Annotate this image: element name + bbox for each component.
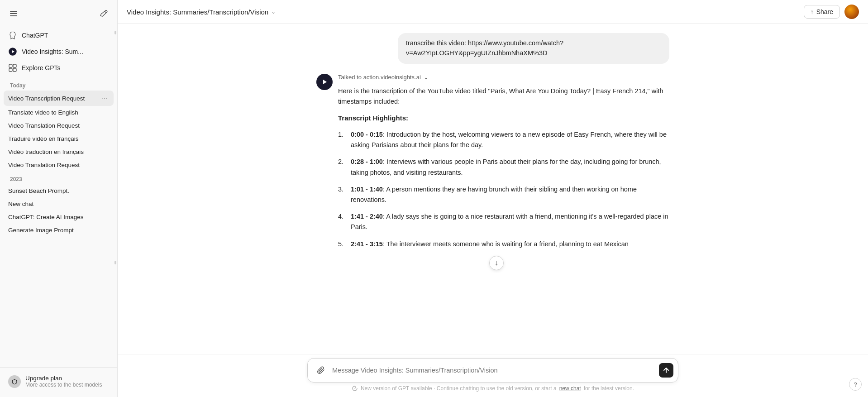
timestamp: 1:01 - 1:40: [351, 186, 383, 193]
chat-item-label: Video Translation Request: [8, 162, 109, 168]
chat-area: transcribe this video: https://www.youtu…: [118, 24, 868, 354]
input-box: [307, 358, 678, 383]
footer-suffix: for the latest version.: [584, 385, 634, 392]
attach-button[interactable]: [314, 363, 329, 378]
item-text: 0:28 - 1:00: Interviews with various peo…: [351, 157, 669, 177]
transcript-item-1: 1. 0:00 - 0:15: Introduction by the host…: [338, 129, 669, 150]
chat-item-label: Vidéo traduction en français: [8, 148, 109, 155]
send-button[interactable]: [659, 363, 673, 378]
share-label: Share: [816, 8, 833, 15]
item-num: 1.: [338, 129, 347, 150]
input-area: New version of GPT available · Continue …: [118, 354, 868, 397]
message-input[interactable]: [332, 365, 655, 376]
chat-item-label: Translate video to English: [8, 109, 109, 116]
share-icon: ↑: [811, 8, 814, 15]
chatgpt-icon: [8, 31, 17, 40]
upgrade-icon: ⬡: [8, 375, 21, 388]
item-num: 2.: [338, 157, 347, 177]
svg-rect-1: [10, 13, 17, 14]
ai-avatar-inner: [320, 77, 329, 87]
sidebar-item-explore-gpts[interactable]: Explore GPTs: [4, 60, 114, 76]
transcript-item-5: 5. 2:41 - 3:15: The interviewer meets so…: [338, 239, 669, 249]
user-bubble: transcribe this video: https://www.youtu…: [398, 33, 669, 64]
sidebar-item-video-translation-2[interactable]: Video Translation Request: [4, 158, 114, 172]
footer-notice: New version of GPT available · Continue …: [307, 385, 678, 392]
svg-rect-5: [9, 64, 12, 67]
sidebar-item-new-chat[interactable]: New chat: [4, 197, 114, 210]
sidebar-item-sunset-beach[interactable]: Sunset Beach Prompt.: [4, 184, 114, 197]
item-num: 5.: [338, 239, 347, 249]
timestamp: 1:41 - 2:40: [351, 213, 383, 220]
chat-item-label: Video Transcription Request: [8, 95, 100, 102]
sidebar-item-video-transcription[interactable]: Video Transcription Request ···: [4, 91, 114, 106]
sidebar-item-translate-video[interactable]: Translate video to English: [4, 106, 114, 119]
upgrade-plan-button[interactable]: ⬡ Upgrade plan More access to the best m…: [4, 371, 114, 392]
item-num: 4.: [338, 211, 347, 232]
svg-rect-8: [13, 68, 16, 72]
item-num: 3.: [338, 184, 347, 205]
ai-intro: Here is the transcription of the YouTube…: [338, 86, 669, 108]
transcript-title: Transcript Highlights:: [338, 113, 669, 124]
sidebar-item-traduire-video[interactable]: Traduire vidéo en français: [4, 132, 114, 145]
item-text: 2:41 - 3:15: The interviewer meets someo…: [351, 239, 629, 249]
sidebar-item-video-traduction[interactable]: Vidéo traduction en français: [4, 145, 114, 158]
chat-item-label: Sunset Beach Prompt.: [8, 187, 109, 194]
sidebar-item-chatgpt-ai-images[interactable]: ChatGPT: Create AI Images: [4, 210, 114, 224]
header-title-area: Video Insights: Summaries/Transcription/…: [127, 8, 276, 16]
transcript-list: 1. 0:00 - 0:15: Introduction by the host…: [338, 129, 669, 249]
timestamp: 2:41 - 3:15: [351, 240, 383, 248]
header-right: ↑ Share: [804, 5, 859, 19]
sidebar-nav: ChatGPT Video Insights: Sum... Explore: [0, 25, 117, 78]
page-title: Video Insights: Summaries/Transcription/…: [127, 8, 268, 16]
sidebar-bottom: ⬡ Upgrade plan More access to the best m…: [0, 367, 117, 397]
chat-item-label: Traduire vidéo en français: [8, 135, 109, 142]
video-insights-icon: [8, 47, 17, 56]
upgrade-title: Upgrade plan: [25, 375, 102, 382]
user-message: transcribe this video: https://www.youtu…: [316, 33, 669, 64]
svg-rect-2: [10, 15, 17, 16]
sidebar-item-video-insights[interactable]: Video Insights: Sum...: [4, 43, 114, 60]
scroll-down-button[interactable]: ↓: [489, 256, 504, 270]
sidebar-item-generate-image[interactable]: Generate Image Prompt: [4, 224, 114, 237]
video-insights-label: Video Insights: Sum...: [22, 48, 83, 55]
refresh-icon: [352, 385, 358, 392]
ai-source-tag[interactable]: Talked to action.videoinsights.ai ⌄: [338, 74, 429, 81]
footer-prefix: New version of GPT available · Continue …: [361, 385, 557, 392]
chat-item-label: Generate Image Prompt: [8, 227, 109, 234]
user-message-text: transcribe this video: https://www.youtu…: [406, 39, 563, 57]
more-options-icon[interactable]: ···: [100, 94, 109, 103]
year-label: 2023: [4, 172, 114, 184]
share-button[interactable]: ↑ Share: [804, 5, 840, 19]
toggle-sidebar-button[interactable]: [5, 5, 22, 22]
upgrade-subtitle: More access to the best models: [25, 382, 102, 388]
transcript-item-2: 2. 0:28 - 1:00: Interviews with various …: [338, 157, 669, 177]
ai-source-text: Talked to action.videoinsights.ai: [338, 74, 421, 81]
sidebar-item-video-translation-1[interactable]: Video Translation Request: [4, 119, 114, 132]
avatar[interactable]: [844, 5, 859, 19]
explore-gpts-icon: [8, 63, 17, 72]
today-label: Today: [4, 78, 114, 91]
upgrade-text: Upgrade plan More access to the best mod…: [25, 375, 102, 388]
transcript-item-4: 4. 1:41 - 2:40: A lady says she is going…: [338, 211, 669, 232]
sidebar-item-chatgpt[interactable]: ChatGPT: [4, 27, 114, 43]
ai-message: Talked to action.videoinsights.ai ⌄ Here…: [316, 73, 669, 270]
svg-rect-0: [10, 11, 17, 12]
svg-rect-7: [9, 68, 12, 72]
input-container: New version of GPT available · Continue …: [307, 358, 678, 392]
footer-link[interactable]: new chat: [559, 385, 581, 392]
explore-gpts-label: Explore GPTs: [22, 64, 61, 72]
help-button[interactable]: ?: [849, 378, 862, 391]
svg-rect-6: [13, 64, 16, 67]
chevron-down-icon[interactable]: ⌄: [271, 9, 276, 15]
chat-item-label: Video Translation Request: [8, 122, 109, 129]
new-chat-icon-button[interactable]: [95, 5, 112, 22]
sidebar: ChatGPT Video Insights: Sum... Explore: [0, 0, 118, 397]
ai-text: Here is the transcription of the YouTube…: [338, 86, 669, 249]
sidebar-chat-list: Today Video Transcription Request ··· Tr…: [0, 78, 117, 367]
transcript-item-3: 3. 1:01 - 1:40: A person mentions they a…: [338, 184, 669, 205]
item-text: 1:01 - 1:40: A person mentions they are …: [351, 184, 669, 205]
item-text: 0:00 - 0:15: Introduction by the host, w…: [351, 129, 669, 150]
chat-item-label: ChatGPT: Create AI Images: [8, 214, 109, 220]
timestamp: 0:28 - 1:00: [351, 158, 383, 165]
chat-item-label: New chat: [8, 201, 109, 207]
